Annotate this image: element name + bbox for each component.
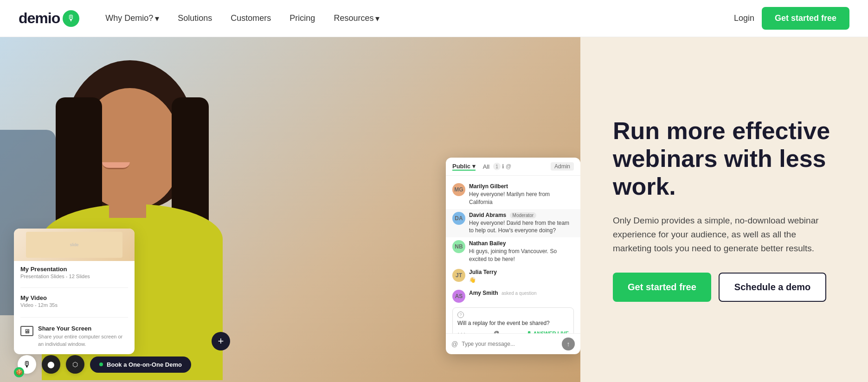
chat-messages: MG Marilyn Gilbert Hey everyone! Marilyn…: [446, 176, 580, 333]
role-badge: Moderator: [510, 212, 537, 218]
send-icon: ↑: [567, 340, 570, 348]
avatar: AS: [452, 290, 465, 303]
divider: [20, 287, 128, 288]
hero-buttons: Get started free Schedule a demo: [613, 273, 836, 302]
chat-message: JT Julia Terry 👋: [446, 266, 580, 287]
nav-actions: Login Get started free: [734, 7, 849, 30]
nav-item-solutions[interactable]: Solutions: [170, 10, 219, 27]
share-screen-icon: ⬡: [72, 361, 78, 368]
message-author: Amy Smith: [469, 290, 498, 296]
chat-tab-public[interactable]: Public ▾: [452, 163, 476, 171]
nav-item-resources[interactable]: Resources ▾: [326, 10, 387, 27]
chat-message-input[interactable]: [462, 341, 558, 347]
mic-button[interactable]: 🎙 🍪: [18, 355, 36, 374]
monitor-icon: 🖥: [20, 326, 33, 336]
share-screen-title: Share Your Screen: [38, 325, 128, 332]
navbar: demio 🎙 Why Demio? ▾ Solutions Customers…: [0, 0, 868, 37]
presentation-subtitle: Presentation Slides - 12 Slides: [20, 274, 128, 279]
chevron-down-icon: ▾: [375, 13, 379, 24]
presentation-title: My Presentation: [20, 266, 128, 273]
divider: [20, 317, 128, 318]
logo-icon: 🎙: [63, 10, 79, 27]
toolbar: 🎙 🍪 ⬤ ⬡ Book a One-on-One Demo: [0, 355, 209, 374]
get-started-nav-button[interactable]: Get started free: [762, 7, 849, 30]
logo[interactable]: demio 🎙: [19, 10, 79, 27]
video-title: My Video: [20, 294, 128, 301]
slide-thumbnail: slide: [14, 229, 135, 261]
answer-live-button[interactable]: 🎙 ANSWER LIVE: [527, 331, 569, 333]
chat-message: NB Nathan Bailey Hi guys, joining from V…: [446, 237, 580, 266]
add-content-button[interactable]: +: [212, 332, 230, 350]
message-author: Julia Terry: [469, 269, 497, 275]
video-item: My Video Video - 12m 35s: [14, 292, 135, 313]
chat-message: MG Marilyn Gilbert Hey everyone! Marilyn…: [446, 180, 580, 209]
chat-question: ? Will a replay for the event be shared?…: [452, 307, 574, 333]
nav-item-pricing[interactable]: Pricing: [282, 10, 322, 27]
chat-message: AS Amy Smith asked a question: [446, 287, 580, 306]
message-text: Hey everyone! Marilyn here from Californ…: [469, 191, 574, 206]
camera-button[interactable]: ⬤: [42, 355, 60, 374]
share-screen-desc: Share your entire computer screen or an …: [38, 333, 128, 348]
login-button[interactable]: Login: [734, 13, 754, 23]
chat-input-area: @ ↑: [446, 333, 580, 354]
logo-text: demio: [19, 10, 60, 27]
chat-header: Public ▾ All 1 ℹ @ Admin: [446, 158, 580, 176]
message-text: Hey everyone! David here from the team t…: [469, 219, 574, 235]
camera-icon: ⬤: [47, 361, 55, 368]
avatar: DA: [452, 212, 465, 225]
avatar: JT: [452, 269, 465, 282]
message-author: Nathan Bailey: [469, 240, 506, 247]
chevron-down-icon: ▾: [155, 13, 159, 24]
message-author: Marilyn Gilbert: [469, 183, 508, 190]
nav-links: Why Demio? ▾ Solutions Customers Pricing…: [98, 10, 734, 27]
dot-icon: [99, 363, 103, 366]
question-text: Will a replay for the event be shared?: [457, 320, 569, 326]
video-subtitle: Video - 12m 35s: [20, 302, 128, 308]
hero-description: Only Demio provides a simple, no-downloa…: [613, 214, 836, 256]
chat-tab-all[interactable]: All: [483, 163, 489, 170]
at-icon[interactable]: @: [451, 340, 458, 348]
more-options-button[interactable]: ···: [457, 329, 466, 333]
hero-title: Run more effective webinars with less wo…: [613, 117, 836, 200]
chat-panel: Public ▾ All 1 ℹ @ Admin MG Marilyn Gilb…: [446, 158, 580, 354]
share-button[interactable]: ⬡: [66, 355, 84, 374]
mic-icon: 🎙: [23, 360, 31, 369]
message-author: David Abrams: [469, 212, 506, 218]
nav-item-customers[interactable]: Customers: [223, 10, 278, 27]
mic-icon: 🎙: [527, 331, 532, 333]
share-screen-item: 🖥 Share Your Screen Share your entire co…: [14, 321, 135, 354]
schedule-demo-button[interactable]: Schedule a demo: [719, 273, 827, 302]
book-demo-button[interactable]: Book a One-on-One Demo: [90, 357, 191, 373]
hero-right: Run more effective webinars with less wo…: [580, 37, 868, 382]
send-message-button[interactable]: ↑: [562, 337, 575, 350]
get-started-hero-button[interactable]: Get started free: [613, 273, 711, 302]
presentation-info: My Presentation Presentation Slides - 12…: [14, 261, 135, 284]
hero-section: slide My Presentation Presentation Slide…: [0, 37, 868, 382]
avatar: MG: [452, 183, 465, 196]
chat-count: 1 ℹ @: [493, 163, 511, 170]
admin-badge: Admin: [551, 162, 574, 171]
message-text: 👋: [469, 276, 497, 284]
message-text: Hi guys, joining from Vancouver. So exci…: [469, 248, 574, 263]
chat-message: DA David Abrams Moderator Hey everyone! …: [446, 209, 580, 238]
hero-left: slide My Presentation Presentation Slide…: [0, 37, 580, 382]
plus-icon: +: [218, 335, 224, 347]
presentation-panel: slide My Presentation Presentation Slide…: [14, 229, 135, 354]
nav-item-why-demio[interactable]: Why Demio? ▾: [98, 10, 167, 27]
cookie-badge: 🍪: [14, 367, 24, 377]
avatar: NB: [452, 240, 465, 253]
